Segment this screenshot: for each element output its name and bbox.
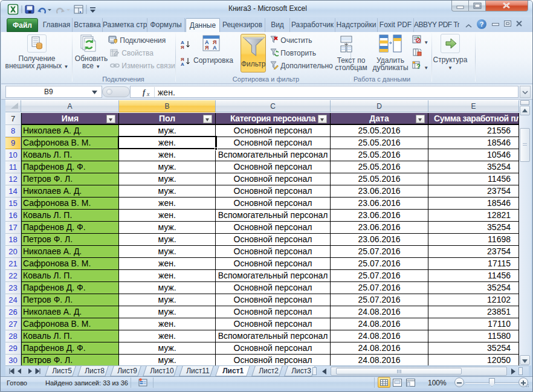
svg-text:А: А xyxy=(213,45,217,51)
svg-text:x: x xyxy=(146,91,150,97)
svg-text:А: А xyxy=(181,62,184,67)
svg-text:f: f xyxy=(143,88,146,97)
svg-text:?: ? xyxy=(416,63,421,69)
svg-text:Я: Я xyxy=(205,45,208,51)
svg-text:Я: Я xyxy=(181,45,184,50)
